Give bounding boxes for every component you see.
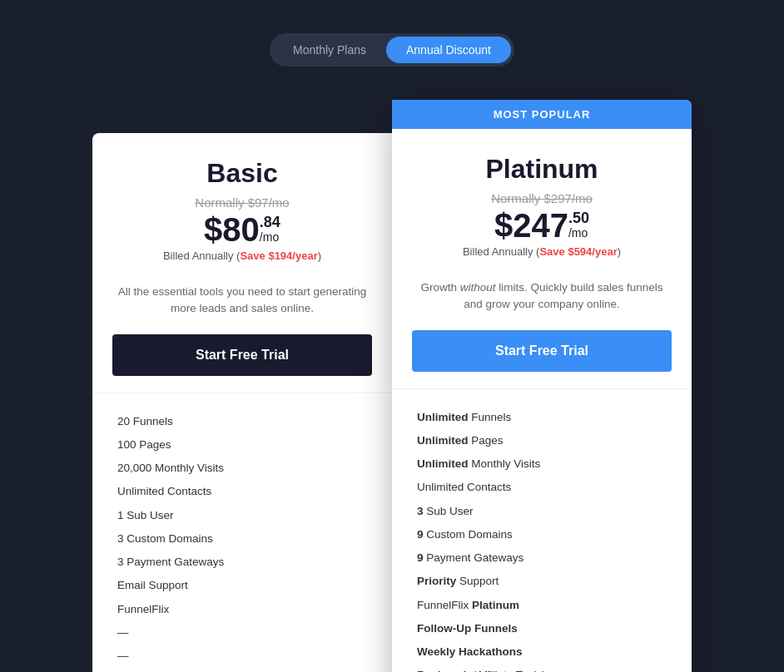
basic-save-text: Save $194/year: [240, 250, 317, 262]
basic-price-cents: .84: [260, 215, 280, 230]
platinum-description: Growth without limits. Quickly build sal…: [392, 279, 692, 330]
list-item: Weekly Hackathons: [417, 640, 667, 664]
platinum-normal-price: Normally $297/mo: [417, 191, 667, 205]
annual-discount-button[interactable]: Annual Discount: [386, 37, 511, 63]
basic-plan-header: Basic Normally $97/mo $80 .84 /mo Billed…: [92, 133, 392, 284]
monthly-plans-button[interactable]: Monthly Plans: [273, 37, 386, 63]
platinum-price-row: $247 .50 /mo: [417, 209, 667, 242]
platinum-save-text: Save $594/year: [539, 245, 617, 258]
list-item: 20 Funnels: [117, 410, 367, 433]
basic-billed-end: ): [318, 250, 321, 262]
basic-billed-text: Billed Annually (: [163, 250, 241, 262]
list-item: Email Support: [117, 574, 367, 597]
list-item: 3 Sub User: [417, 500, 667, 523]
basic-billed-annually: Billed Annually (Save $194/year): [117, 250, 367, 262]
basic-price-per: /mo: [260, 230, 279, 246]
list-item-dash: —: [117, 621, 367, 645]
basic-plan-card: Basic Normally $97/mo $80 .84 /mo Billed…: [92, 133, 392, 672]
platinum-price-per: /mo: [568, 225, 588, 242]
list-item: Backpack (Affiliate Tools): [417, 664, 667, 672]
platinum-price-cents: .50: [568, 210, 589, 225]
list-item: 1 Sub User: [117, 504, 367, 527]
basic-plan-name: Basic: [117, 158, 367, 189]
list-item: 9 Custom Domains: [417, 523, 667, 546]
platinum-price-main: $247: [494, 209, 568, 242]
list-item: Unlimited Monthly Visits: [417, 452, 667, 476]
list-item: Unlimited Funnels: [417, 406, 667, 429]
basic-features-list: 20 Funnels 100 Pages 20,000 Monthly Visi…: [92, 393, 392, 673]
platinum-start-trial-top-button[interactable]: Start Free Trial: [412, 330, 672, 372]
list-item: 3 Custom Domains: [117, 527, 367, 551]
list-item: 9 Payment Gateways: [417, 546, 667, 570]
list-item: Unlimited Contacts: [417, 476, 667, 499]
list-item: FunnelFlix Platinum: [417, 594, 667, 617]
list-item-dash: —: [117, 668, 367, 672]
basic-price-cents-mo: .84 /mo: [260, 213, 280, 246]
list-item: FunnelFlix: [117, 598, 367, 621]
list-item: 20,000 Monthly Visits: [117, 457, 367, 480]
platinum-plan-header: Platinum Normally $297/mo $247 .50 /mo B…: [392, 129, 692, 279]
platinum-features-list: Unlimited Funnels Unlimited Pages Unlimi…: [392, 388, 692, 673]
platinum-desc-before: Growth: [420, 281, 459, 294]
list-item-dash: —: [117, 645, 367, 668]
basic-start-trial-top-button[interactable]: Start Free Trial: [112, 334, 372, 376]
basic-description: All the essential tools you need to star…: [92, 284, 392, 334]
list-item: Unlimited Pages: [417, 429, 667, 452]
platinum-billed-annually: Billed Annually (Save $594/year): [417, 245, 667, 258]
basic-normal-price: Normally $97/mo: [117, 195, 367, 210]
platinum-desc-italic: without: [460, 281, 496, 294]
basic-price-main: $80: [204, 213, 260, 246]
list-item: 3 Payment Gateways: [117, 551, 367, 574]
list-item: Unlimited Contacts: [117, 480, 367, 503]
platinum-plan-name: Platinum: [417, 154, 667, 185]
platinum-plan-card: MOST POPULAR Platinum Normally $297/mo $…: [392, 100, 692, 672]
platinum-price-cents-mo: .50 /mo: [568, 209, 589, 242]
platinum-billed-text: Billed Annually (: [463, 245, 540, 258]
most-popular-banner: MOST POPULAR: [392, 100, 692, 129]
platinum-billed-end: ): [618, 245, 621, 258]
list-item: Priority Support: [417, 570, 667, 593]
list-item: 100 Pages: [117, 433, 367, 457]
basic-price-row: $80 .84 /mo: [117, 213, 367, 246]
plans-container: Basic Normally $97/mo $80 .84 /mo Billed…: [92, 100, 692, 672]
plan-toggle[interactable]: Monthly Plans Annual Discount: [270, 33, 514, 67]
list-item: Follow-Up Funnels: [417, 617, 667, 640]
